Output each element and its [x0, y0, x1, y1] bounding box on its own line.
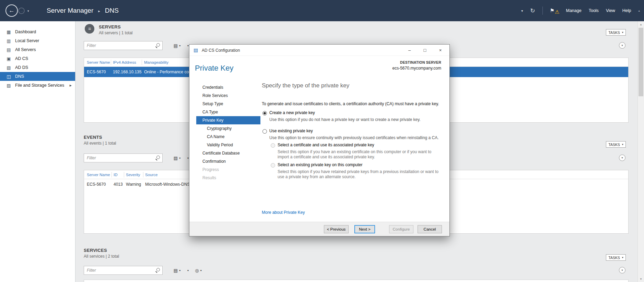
- back-button[interactable]: ←: [5, 4, 18, 17]
- services-view-options-button[interactable]: ▤ ▾: [171, 266, 183, 275]
- column-header-severity[interactable]: Severity: [126, 170, 140, 179]
- wizard-page-title: Private Key: [195, 64, 234, 73]
- back-arrow-icon: ←: [9, 7, 15, 14]
- column-separator: [111, 60, 111, 65]
- services-tasks-button[interactable]: TASKS ▾: [606, 254, 626, 261]
- scrollbar-thumb[interactable]: [639, 28, 643, 96]
- next-button[interactable]: Next >: [354, 225, 375, 233]
- forward-button[interactable]: →: [18, 8, 25, 14]
- cell-ipv4: 192.168.10.135: [113, 67, 141, 77]
- notifications-flag-icon[interactable]: ⚑⚠: [550, 5, 559, 16]
- dialog-footer: < Previous Next > Configure Cancel: [189, 222, 449, 236]
- wizard-step-confirmation[interactable]: Confirmation: [196, 157, 260, 165]
- radio-description: Select this option if you have an existi…: [278, 149, 439, 160]
- servers-view-options-button[interactable]: ▤ ▾: [171, 41, 183, 50]
- ad-cs-configuration-dialog: ▤ AD CS Configuration – □ × Private Key …: [189, 44, 450, 236]
- wizard-step-ca-name[interactable]: CA Name: [196, 133, 260, 141]
- sidebar-item-ad-cs[interactable]: ▣ AD CS: [0, 54, 75, 63]
- refresh-icon[interactable]: ↻: [530, 7, 535, 14]
- all-servers-icon: ▤: [6, 47, 11, 52]
- radio-create-new-private-key[interactable]: [262, 111, 267, 115]
- more-about-link[interactable]: More about Private Key: [262, 210, 305, 215]
- previous-button[interactable]: < Previous: [324, 225, 349, 233]
- radio-label[interactable]: Use existing private key: [269, 128, 313, 133]
- close-button[interactable]: ×: [433, 45, 448, 56]
- radio-description: Use this option to ensure continuity wit…: [269, 135, 439, 140]
- services-collapse-button[interactable]: ▾: [619, 267, 625, 273]
- cancel-button[interactable]: Cancel: [418, 225, 442, 233]
- column-header-server-name[interactable]: Server Name: [87, 170, 110, 179]
- wizard-step-credentials[interactable]: Credentials: [196, 83, 260, 91]
- notifications-dropdown-icon[interactable]: ▾: [521, 9, 523, 13]
- cell-manageability: Online - Performance cou: [144, 67, 191, 77]
- cell-id: 4013: [114, 179, 123, 189]
- maximize-button[interactable]: □: [417, 45, 433, 56]
- services-group-button[interactable]: ◎ ▾: [192, 266, 204, 275]
- wizard-step-private-key[interactable]: Private Key: [196, 116, 260, 124]
- servers-collapse-button[interactable]: ▾: [619, 42, 625, 49]
- sidebar-item-ad-ds[interactable]: ▧ AD DS: [0, 63, 75, 72]
- caret-down-icon: ▾: [622, 143, 623, 146]
- ad-cs-icon: ▣: [6, 56, 11, 61]
- servers-tile-subtitle: All servers | 1 total: [99, 30, 132, 35]
- expand-arrow-icon[interactable]: ▶: [70, 84, 72, 87]
- sidebar-item-dns[interactable]: ◫ DNS: [0, 72, 75, 81]
- events-filter-input[interactable]: [84, 156, 155, 160]
- sidebar-item-label: AD CS: [15, 56, 28, 61]
- column-header-server-name[interactable]: Server Name: [87, 58, 110, 67]
- sidebar-item-local-server[interactable]: ▥ Local Server: [0, 36, 75, 45]
- menu-manage[interactable]: Manage: [566, 8, 582, 13]
- warning-icon: ⚠: [555, 7, 559, 17]
- radio-description: Use this option if you do not have a pri…: [269, 117, 421, 122]
- column-header-manageability[interactable]: Manageability: [144, 58, 168, 67]
- wizard-step-cryptography[interactable]: Cryptography: [196, 124, 260, 133]
- sidebar-item-all-servers[interactable]: ▤ All Servers: [0, 45, 75, 54]
- services-filter-dropdown-button[interactable]: ▾: [185, 266, 191, 275]
- radio-label[interactable]: Create a new private key: [269, 110, 315, 115]
- servers-tasks-button[interactable]: TASKS ▾: [606, 29, 626, 36]
- column-separator: [142, 60, 142, 65]
- history-dropdown-icon[interactable]: ▾: [27, 9, 29, 13]
- wizard-step-validity-period[interactable]: Validity Period: [196, 141, 260, 149]
- radio-use-existing-private-key[interactable]: [262, 129, 267, 134]
- wizard-step-setup-type[interactable]: Setup Type: [196, 100, 260, 108]
- events-tasks-button[interactable]: TASKS ▾: [606, 141, 626, 148]
- vertical-scrollbar[interactable]: ▴ ▾: [637, 21, 644, 282]
- breadcrumb-arrow-icon: ▸: [98, 8, 100, 13]
- menu-help[interactable]: Help: [622, 8, 631, 13]
- wizard-step-ca-type[interactable]: CA Type: [196, 108, 260, 116]
- menu-tools[interactable]: Tools: [589, 8, 599, 13]
- wizard-nav: Credentials Role Services Setup Type CA …: [196, 83, 260, 182]
- scroll-down-icon[interactable]: ▾: [638, 277, 644, 281]
- servers-tile-icon: ≡: [85, 24, 94, 34]
- radio-label: Select a certificate and use its associa…: [278, 143, 374, 147]
- dialog-titlebar[interactable]: ▤ AD CS Configuration – □ ×: [189, 45, 449, 56]
- sidebar-item-label: AD DS: [15, 65, 28, 70]
- list-view-icon: ▤: [174, 43, 178, 48]
- sidebar-item-dashboard[interactable]: ▦ Dashboard: [0, 27, 75, 36]
- column-header-ipv4[interactable]: IPv4 Address: [113, 58, 136, 67]
- events-tile-subtitle: All events | 1 total: [84, 141, 116, 146]
- events-view-options-button[interactable]: ▤ ▾: [171, 154, 183, 162]
- local-server-icon: ▥: [6, 38, 11, 44]
- window-controls: – □ ×: [402, 45, 448, 56]
- scroll-up-icon[interactable]: ▴: [638, 23, 644, 26]
- column-header-id[interactable]: ID: [114, 170, 118, 179]
- events-collapse-button[interactable]: ▾: [619, 155, 625, 161]
- chevron-up-icon[interactable]: ▴: [638, 9, 640, 12]
- sidebar-item-file-storage[interactable]: ▨ File and Storage Services ▶: [0, 81, 75, 90]
- wizard-step-certificate-database[interactable]: Certificate Database: [196, 149, 260, 157]
- services-filter-input[interactable]: [84, 268, 155, 273]
- minimize-button[interactable]: –: [402, 45, 417, 56]
- menu-view[interactable]: View: [606, 8, 615, 13]
- app-title[interactable]: Server Manager: [47, 7, 93, 14]
- servers-tile-title: SERVERS: [99, 24, 121, 29]
- sidebar-item-label: DNS: [15, 74, 24, 79]
- servers-filter-input[interactable]: [84, 43, 155, 48]
- caret-down-icon: ▾: [200, 269, 202, 272]
- dialog-icon: ▤: [194, 47, 198, 53]
- events-tile-title: EVENTS: [84, 135, 102, 140]
- wizard-step-role-services[interactable]: Role Services: [196, 91, 260, 100]
- column-header-source[interactable]: Source: [145, 170, 157, 179]
- caret-down-icon: ▾: [622, 31, 623, 34]
